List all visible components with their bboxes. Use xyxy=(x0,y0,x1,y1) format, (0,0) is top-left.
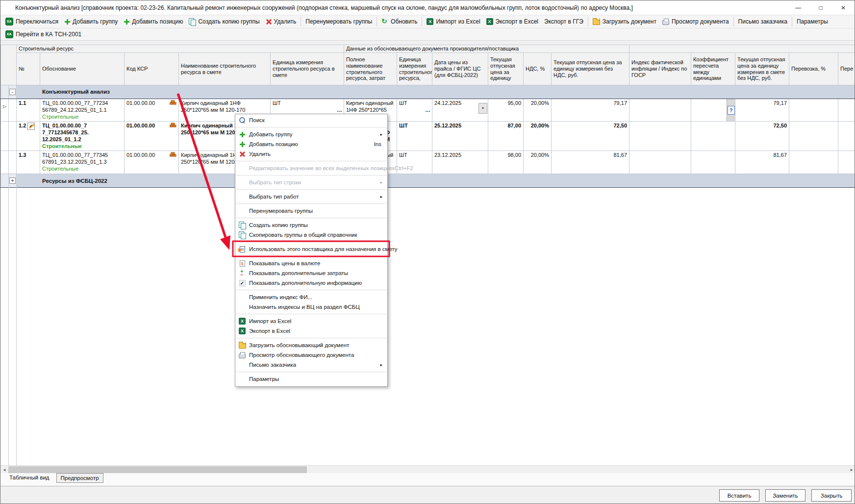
col-header-price-date[interactable]: Дата цены из прайса / ФГИС ЦС (для ФСБЦ-… xyxy=(432,53,488,85)
price-no-vat-cell[interactable]: 72,50 xyxy=(552,122,629,151)
switch-button[interactable]: КАПереключиться xyxy=(2,17,61,26)
group-band-fsbc[interactable]: + Ресурсы из ФСБЦ-2022 xyxy=(1,174,855,188)
tab-preview[interactable]: Предпросмотр xyxy=(56,473,103,483)
col-header-ksr-code[interactable]: Код КСР xyxy=(125,53,179,85)
delete-button[interactable]: Удалить xyxy=(263,17,300,26)
col-header-num[interactable]: № xyxy=(17,53,40,85)
ellipsis-button[interactable]: … xyxy=(425,107,431,114)
menu-item-copy-group[interactable]: Создать копию группы xyxy=(235,220,387,230)
current-price-cell[interactable]: 95,00 xyxy=(488,99,524,122)
ellipsis-button[interactable]: … xyxy=(337,107,343,114)
group-band-analysis[interactable]: - Конъюнктурный анализ xyxy=(1,85,855,99)
col-header-unit[interactable]: Единица измерения строительного ресурса … xyxy=(271,53,344,85)
current-price-cell[interactable]: 87,00 xyxy=(488,122,524,151)
inflation-index-cell[interactable] xyxy=(629,151,691,174)
table-row[interactable]: 1.2 ТЦ_01.00.00.00_7 7_7712345678_25. 12… xyxy=(1,122,855,151)
maximize-button[interactable]: □ xyxy=(809,0,832,15)
menu-item-show-additional-costs[interactable]: Показывать дополнительные затраты xyxy=(235,268,387,278)
view-document-button[interactable]: Просмотр документа xyxy=(659,17,732,26)
col-header-transport[interactable]: Перевозка, % xyxy=(789,53,838,85)
renumber-groups-button[interactable]: Перенумеровать группы xyxy=(302,17,375,26)
close-dialog-button[interactable]: Закрыть xyxy=(811,489,852,502)
menu-item-customer-letter[interactable]: Письмо заказчика▸ xyxy=(235,360,387,370)
minimize-button[interactable]: — xyxy=(787,0,809,15)
export-excel-button[interactable]: Экспорт в Excel xyxy=(483,17,541,26)
collapse-button[interactable]: - xyxy=(9,89,16,95)
col-header-supplier-unit[interactable]: Единица измерения строительного ресурса, xyxy=(397,53,432,85)
dropdown-button[interactable]: ▼ xyxy=(478,103,487,114)
menu-item-show-prices-currency[interactable]: Показывать цены в валюте xyxy=(235,258,387,268)
inflation-index-cell[interactable] xyxy=(629,99,691,122)
tab-table-view[interactable]: Табличный вид xyxy=(5,473,53,482)
conversion-factor-cell[interactable] xyxy=(691,122,735,151)
price-date-cell[interactable]: 24.12.2025▼ xyxy=(432,99,488,122)
menu-item-load-supporting-document[interactable]: Загрузить обосновывающий документ xyxy=(235,340,387,350)
vat-cell[interactable]: 20,00% xyxy=(524,151,552,174)
table-row[interactable]: ▷ 1.1 ТЦ_01.00.00.00_77_77234 56789_24.1… xyxy=(1,99,855,122)
menu-item-add-group[interactable]: Добавить группу▸ xyxy=(235,129,387,139)
price-no-vat-cell[interactable]: 81,67 xyxy=(552,151,629,174)
question-button[interactable]: ? xyxy=(728,106,735,115)
col-header-vat[interactable]: НДС, % xyxy=(524,53,552,85)
import-excel-button[interactable]: Импорт из Excel xyxy=(424,17,483,26)
vat-cell[interactable]: 20,00% xyxy=(524,99,552,122)
parameters-button[interactable]: Параметры xyxy=(794,17,831,26)
add-group-button[interactable]: Добавить группу xyxy=(61,17,121,26)
price-smeta-cell[interactable]: 79,17 xyxy=(735,99,789,122)
menu-item-assign-indexes-fsbc[interactable]: Назначить индексы и ВЦ на раздел ФСБЦ xyxy=(235,302,387,312)
current-price-cell[interactable]: 98,00 xyxy=(488,151,524,174)
export-gge-button[interactable]: Экспорт в ГГЭ xyxy=(541,17,586,26)
justification-cell[interactable]: ТЦ_01.00.00.00_77_77234 56789_24.12.2025… xyxy=(40,99,125,122)
insert-button[interactable]: Вставить xyxy=(719,489,759,502)
goto-ka-tsn-button[interactable]: КАПерейти в КА ТСН-2001 xyxy=(2,29,84,39)
col-header-justification[interactable]: Обоснование xyxy=(40,53,125,85)
menu-item-show-additional-info[interactable]: Показывать дополнительную информацию xyxy=(235,278,387,288)
transport-cell[interactable] xyxy=(789,99,838,122)
menu-item-renumber-groups[interactable]: Перенумеровать группы xyxy=(235,206,387,216)
col-header-cut[interactable]: Пере xyxy=(838,53,855,85)
menu-item-view-supporting-document[interactable]: Просмотр обосновывающего документа xyxy=(235,350,387,360)
justification-cell[interactable]: ТЦ_01.00.00.00_77_77345 67891_23.12.2025… xyxy=(40,151,125,174)
scroll-left-button[interactable]: ◂ xyxy=(0,466,8,474)
customer-letter-button[interactable]: Письмо заказчика xyxy=(735,17,790,26)
price-date-cell[interactable]: 23.12.2025 xyxy=(432,151,488,174)
inflation-index-cell[interactable] xyxy=(629,122,691,151)
col-header-full-name[interactable]: Полное наименование строительного ресурс… xyxy=(344,53,397,85)
menu-item-parameters[interactable]: Параметры xyxy=(235,374,387,384)
refresh-button[interactable]: Обновить xyxy=(378,17,420,26)
transport-cell[interactable] xyxy=(789,122,838,151)
conversion-factor-cell[interactable]: ? xyxy=(691,99,735,122)
col-header-price-smeta[interactable]: Текущая отпускная цена за единицу измере… xyxy=(735,53,789,85)
menu-item-import-excel[interactable]: Импорт из Excel xyxy=(235,316,387,326)
col-header-current-price[interactable]: Текущая отпускная цена за единицу xyxy=(488,53,524,85)
col-header-conversion-factor[interactable]: Коэффициент пересчета между единицами xyxy=(691,53,735,85)
load-document-button[interactable]: Загрузить документ xyxy=(590,17,659,26)
vat-cell[interactable]: 20,00% xyxy=(524,122,552,151)
menu-item-search[interactable]: Поиск xyxy=(235,115,387,125)
menu-item-select-work-type[interactable]: Выбрать тип работ▸ xyxy=(235,192,387,202)
col-header-inflation-index[interactable]: Индекс фактической инфляции / Индекс по … xyxy=(629,53,691,85)
price-no-vat-cell[interactable]: 79,17 xyxy=(552,99,629,122)
scroll-right-button[interactable]: ▸ xyxy=(848,466,855,474)
price-smeta-cell[interactable]: 81,67 xyxy=(735,151,789,174)
copy-group-button[interactable]: Создать копию группы xyxy=(186,17,262,26)
menu-item-use-supplier-for-estimate[interactable]: Использовать этого поставщика для назнач… xyxy=(235,244,387,254)
col-header-price-no-vat[interactable]: Текущая отпускная цена за единицу измере… xyxy=(552,53,629,85)
menu-item-add-position[interactable]: Добавить позициюIns xyxy=(235,139,387,149)
close-button[interactable]: ✕ xyxy=(832,0,855,15)
menu-item-delete[interactable]: Удалить xyxy=(235,149,387,159)
ksr-code-cell[interactable]: 01.00.00.00 xyxy=(125,122,179,151)
supplier-unit-cell[interactable]: ШТ… xyxy=(397,99,432,122)
menu-item-copy-groups-to-directory[interactable]: Скопировать группы в общий справочник xyxy=(235,230,387,240)
justification-cell[interactable]: ТЦ_01.00.00.00_7 7_7712345678_25. 12.202… xyxy=(40,122,125,151)
conversion-factor-cell[interactable] xyxy=(691,151,735,174)
col-header-name[interactable]: Наименование строительного ресурса в сме… xyxy=(179,53,271,85)
menu-item-apply-fi-index[interactable]: Применить индекс ФИ... xyxy=(235,292,387,302)
add-position-button[interactable]: Добавить позицию xyxy=(121,17,186,26)
ksr-code-cell[interactable]: 01.00.00.00 xyxy=(125,99,179,122)
transport-cell[interactable] xyxy=(789,151,838,174)
ksr-code-cell[interactable]: 01.00.00.00 xyxy=(125,151,179,174)
horizontal-scrollbar[interactable]: ◂ ▸ xyxy=(0,465,855,473)
scrollbar-thumb[interactable] xyxy=(8,466,307,473)
table-row[interactable]: 1.3 ТЦ_01.00.00.00_77_77345 67891_23.12.… xyxy=(1,151,855,174)
